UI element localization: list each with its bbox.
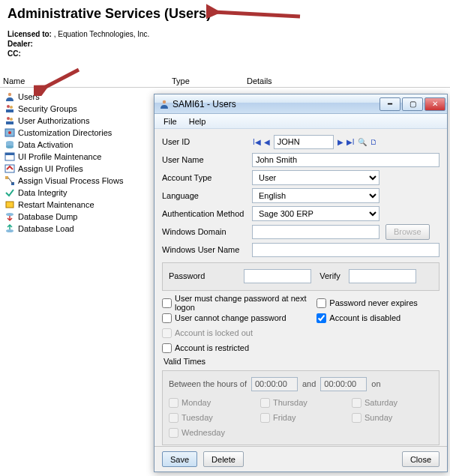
save-button[interactable]: Save xyxy=(162,451,197,467)
must-change-label: User must change password at next logon xyxy=(175,294,309,312)
svg-point-2 xyxy=(10,106,13,109)
day-tue-label: Tuesday xyxy=(182,413,213,422)
account-type-select[interactable]: User xyxy=(252,170,380,185)
cannot-change-checkbox[interactable] xyxy=(162,313,172,323)
licensed-to-label: Licensed to: xyxy=(8,30,52,38)
language-select[interactable]: English xyxy=(252,188,380,203)
day-wed-checkbox xyxy=(169,428,178,438)
must-change-checkbox[interactable] xyxy=(162,298,172,308)
sidebar-item-db-load[interactable]: Database Load xyxy=(3,223,147,235)
password-input[interactable] xyxy=(244,269,311,283)
auth-method-select[interactable]: Sage 300 ERP xyxy=(252,206,380,221)
never-expires-checkbox[interactable] xyxy=(316,298,326,308)
database-icon xyxy=(4,139,15,150)
day-fri-checkbox xyxy=(260,413,270,423)
maximize-button[interactable]: ▢ xyxy=(402,97,423,111)
user-name-label: User Name xyxy=(162,155,252,164)
col-type-header[interactable]: Type xyxy=(172,76,247,85)
day-sat-checkbox xyxy=(352,398,362,408)
db-down-icon xyxy=(4,211,15,222)
user-name-input[interactable] xyxy=(252,153,440,167)
titlebar[interactable]: SAMI61 - Users ━ ▢ ✕ xyxy=(154,94,447,114)
menu-file[interactable]: File xyxy=(158,114,183,128)
sidebar-item-customization-dirs[interactable]: Customization Directories xyxy=(3,127,147,139)
folder-gear-icon xyxy=(4,127,15,138)
nav-next-icon[interactable]: ▶ xyxy=(337,138,344,146)
sidebar-item-label: Users xyxy=(18,92,40,101)
language-label: Language xyxy=(162,191,252,200)
nav-prev-icon[interactable]: ◀ xyxy=(263,138,271,146)
restricted-checkbox[interactable] xyxy=(162,343,172,353)
close-button[interactable]: Close xyxy=(402,451,440,467)
check-icon xyxy=(4,187,15,198)
sidebar-item-data-integrity[interactable]: Data Integrity xyxy=(3,187,147,199)
svg-point-8 xyxy=(8,131,11,134)
sidebar-item-label: Restart Maintenance xyxy=(18,200,94,209)
sidebar-item-security-groups[interactable]: Security Groups xyxy=(3,103,147,115)
sidebar-item-users[interactable]: Users xyxy=(3,91,147,103)
license-block: Licensed to: , Equation Technologies, In… xyxy=(8,29,442,58)
disabled-checkbox[interactable] xyxy=(316,313,326,323)
col-name-header[interactable]: Name xyxy=(3,76,172,85)
sidebar-item-data-activation[interactable]: Data Activation xyxy=(3,139,147,151)
svg-rect-17 xyxy=(6,202,14,208)
cannot-change-label: User cannot change password xyxy=(175,313,286,322)
sidebar-item-assign-ui-profiles[interactable]: Assign UI Profiles xyxy=(3,163,147,175)
browse-button[interactable]: Browse xyxy=(386,224,430,240)
db-up-icon xyxy=(4,223,15,234)
close-window-button[interactable]: ✕ xyxy=(424,97,446,111)
sidebar-item-restart-maint[interactable]: Restart Maintenance xyxy=(3,199,147,211)
day-sun-checkbox xyxy=(352,413,362,423)
day-mon-label: Monday xyxy=(182,398,211,407)
sidebar-item-user-auth[interactable]: User Authorizations xyxy=(3,115,147,127)
on-label: on xyxy=(371,379,380,388)
menubar: File Help xyxy=(154,114,447,129)
profile-assign-icon xyxy=(4,163,15,174)
win-user-input[interactable] xyxy=(252,243,440,257)
profile-icon xyxy=(4,151,15,162)
people-key-icon xyxy=(4,103,15,114)
delete-button[interactable]: Delete xyxy=(203,451,244,467)
locked-out-label: Account is locked out xyxy=(175,328,253,337)
valid-times-title: Valid Times xyxy=(164,357,440,366)
restart-icon xyxy=(4,199,15,210)
day-sun-label: Sunday xyxy=(364,413,392,422)
menu-help[interactable]: Help xyxy=(183,114,212,128)
svg-point-11 xyxy=(6,145,14,148)
account-type-label: Account Type xyxy=(162,173,252,182)
sidebar-item-label: Customization Directories xyxy=(18,128,112,137)
sidebar-item-label: Assign UI Profiles xyxy=(18,164,83,173)
verify-input[interactable] xyxy=(349,269,416,283)
sidebar-item-label: Security Groups xyxy=(18,104,77,113)
sidebar: Users Security Groups User Authorization… xyxy=(0,88,150,238)
users-dialog: SAMI61 - Users ━ ▢ ✕ File Help User ID I… xyxy=(154,94,448,472)
nav-last-icon[interactable]: ▶I xyxy=(346,138,356,146)
sidebar-item-label: Database Dump xyxy=(18,212,78,221)
sidebar-item-label: Data Activation xyxy=(18,140,73,149)
svg-rect-15 xyxy=(5,176,8,179)
col-details-header[interactable]: Details xyxy=(247,76,447,85)
dialog-title: SAMI61 - Users xyxy=(172,99,378,109)
nav-first-icon[interactable]: I◀ xyxy=(252,138,262,146)
minimize-button[interactable]: ━ xyxy=(380,97,400,111)
dialog-footer: Save Delete Close xyxy=(154,446,447,472)
svg-rect-3 xyxy=(6,109,14,112)
locked-out-checkbox xyxy=(162,328,172,338)
time-from-input xyxy=(251,377,298,391)
win-domain-input[interactable] xyxy=(252,225,380,239)
sidebar-item-assign-vpf[interactable]: Assign Visual Process Flows xyxy=(3,175,147,187)
day-sat-label: Saturday xyxy=(364,398,398,407)
sidebar-item-ui-profile-maint[interactable]: UI Profile Maintenance xyxy=(3,151,147,163)
sidebar-item-label: Data Integrity xyxy=(18,188,67,197)
never-expires-label: Password never expires xyxy=(329,298,417,307)
new-record-icon[interactable]: 🗋 xyxy=(369,138,378,146)
day-thu-checkbox xyxy=(260,398,270,408)
and-label: and xyxy=(302,379,316,388)
user-id-input[interactable] xyxy=(274,135,334,149)
svg-point-18 xyxy=(6,213,14,216)
sidebar-item-db-dump[interactable]: Database Dump xyxy=(3,211,147,223)
sidebar-item-label: UI Profile Maintenance xyxy=(18,152,101,161)
day-fri-label: Friday xyxy=(273,413,296,422)
search-icon[interactable]: 🔍 xyxy=(357,138,368,146)
column-headers: Name Type Details xyxy=(0,75,450,88)
